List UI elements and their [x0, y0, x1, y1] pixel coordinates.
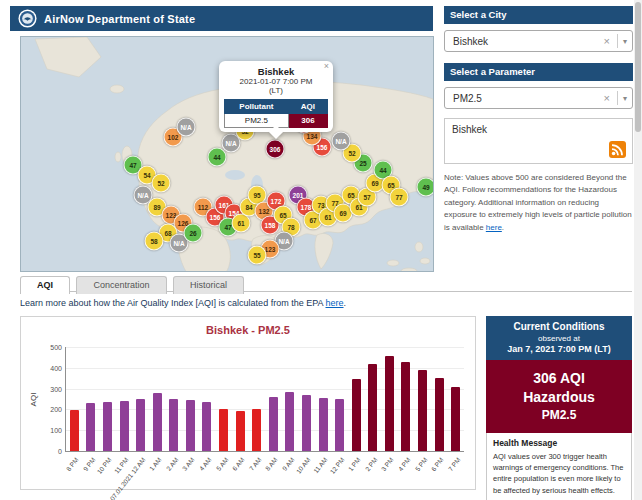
aqi-status-box: 306 AQI Hazardous PM2.5 [486, 360, 632, 433]
chart-bar[interactable] [202, 402, 211, 452]
chart-bar[interactable] [319, 398, 328, 451]
parameter-clear-icon[interactable]: × [600, 92, 614, 104]
map-popup: × Bishkek 2021-01-07 7:00 PM (LT) Pollut… [219, 61, 333, 132]
feed-box: Bishkek [444, 118, 633, 164]
popup-close-icon[interactable]: × [324, 62, 329, 71]
map[interactable]: 475452N/A891231266858N/A26102N/A44N/A521… [20, 36, 434, 272]
y-tick-label: 400 [34, 364, 62, 371]
scrollbar-thumb[interactable] [635, 2, 641, 132]
current-conditions-panel: Current Conditions observed at Jan 7, 20… [486, 316, 632, 500]
chart-bar[interactable] [352, 379, 361, 451]
chart-bar[interactable] [236, 411, 245, 451]
current-conditions-title: Current Conditions [490, 321, 628, 332]
current-conditions-header: Current Conditions observed at Jan 7, 20… [486, 316, 632, 360]
chart-bar[interactable] [103, 402, 112, 452]
learn-more-suffix: . [344, 298, 347, 308]
aqi-marker[interactable]: 55 [248, 246, 267, 265]
chart-bar[interactable] [418, 370, 427, 451]
chart-bar[interactable] [451, 387, 460, 451]
learn-more-here-link[interactable]: here [326, 298, 344, 308]
select-parameter-header: Select a Parameter [444, 63, 633, 81]
y-tick-label: 0 [34, 448, 62, 455]
health-message-box: Health Message AQI values over 300 trigg… [486, 433, 632, 500]
health-message-title: Health Message [493, 438, 625, 448]
beyond-aqi-note: Note: Values above 500 are considered Be… [444, 172, 633, 234]
scrollbar[interactable] [634, 0, 642, 500]
chart-bar[interactable] [169, 399, 178, 451]
chart-bar[interactable] [385, 356, 394, 451]
select-city-header: Select a City [444, 6, 633, 24]
observed-at-time: Jan 7, 2021 7:00 PM (LT) [490, 344, 628, 354]
city-select[interactable]: Bishkek × ▾ [444, 30, 633, 52]
note-here-link[interactable]: here [486, 223, 502, 232]
view-tabs: AQI Concentration Historical [20, 274, 632, 292]
tab-concentration[interactable]: Concentration [76, 276, 166, 294]
popup-col-aqi: AQI [288, 100, 327, 114]
aqi-marker[interactable]: 52 [152, 174, 171, 193]
aqi-marker[interactable]: N/A [332, 132, 351, 151]
select-separator [617, 91, 618, 105]
chart-bar[interactable] [401, 362, 410, 451]
city-dropdown-caret-icon[interactable]: ▾ [621, 37, 627, 46]
chart-bar[interactable] [136, 399, 145, 451]
parameter-select-value: PM2.5 [453, 93, 482, 104]
tab-aqi[interactable]: AQI [20, 276, 70, 294]
chart-bar[interactable] [219, 409, 228, 451]
learn-more-text: Learn more about how the Air Quality Ind… [20, 298, 326, 308]
rss-icon[interactable] [609, 141, 626, 158]
aqi-pollutant: PM2.5 [490, 407, 628, 423]
y-tick-label: 100 [34, 427, 62, 434]
app-header: AirNow Department of State [10, 6, 433, 31]
popup-datetime: 2021-01-07 7:00 PM [224, 77, 328, 86]
aqi-marker[interactable]: 58 [145, 232, 164, 251]
parameter-select[interactable]: PM2.5 × ▾ [444, 87, 633, 109]
aqi-marker[interactable]: 77 [390, 188, 409, 207]
health-message-text: AQI values over 300 trigger health warni… [493, 451, 625, 496]
popup-aqi-table: Pollutant AQI PM2.5 306 [224, 99, 328, 128]
chart-bar[interactable] [186, 400, 195, 451]
aqi-marker[interactable]: 49 [417, 178, 435, 197]
feed-city-label: Bishkek [452, 124, 487, 135]
aqi-value: 306 AQI [490, 369, 628, 388]
gridline [66, 347, 464, 348]
chart-bar[interactable] [70, 410, 79, 451]
chart-bar[interactable] [269, 397, 278, 451]
chart-bar[interactable] [120, 401, 129, 451]
popup-city: Bishkek [224, 66, 328, 77]
popup-pollutant-value: PM2.5 [225, 114, 289, 128]
observed-at-label: observed at [490, 334, 628, 343]
chart-bar[interactable] [252, 409, 261, 451]
chart-bar[interactable] [435, 378, 444, 451]
chart-panel: Bishkek - PM2.5 AQI 01002003004005008 PM… [20, 316, 476, 490]
popup-timezone: (LT) [224, 86, 328, 95]
note-suffix: . [502, 223, 504, 232]
y-tick-label: 200 [34, 406, 62, 413]
popup-col-pollutant: Pollutant [225, 100, 289, 114]
aqi-marker[interactable]: 44 [208, 148, 227, 167]
y-tick-label: 500 [34, 344, 62, 351]
chart-title: Bishkek - PM2.5 [21, 324, 475, 336]
chart-bar[interactable] [285, 392, 294, 451]
aqi-marker[interactable]: N/A [177, 118, 196, 137]
chart-bar[interactable] [302, 395, 311, 451]
chart-bar[interactable] [368, 364, 377, 451]
dos-seal-icon [18, 9, 37, 28]
chart-bar[interactable] [335, 399, 344, 451]
chart-bar[interactable] [86, 403, 95, 451]
app-title: AirNow Department of State [44, 13, 195, 25]
aqi-marker[interactable]: 306 [266, 140, 285, 159]
page: AirNow Department of State [0, 0, 642, 500]
note-text: Note: Values above 500 are considered Be… [444, 173, 632, 232]
chart-bar[interactable] [153, 393, 162, 451]
select-separator [617, 34, 618, 48]
tab-historical[interactable]: Historical [173, 276, 244, 294]
learn-more-line: Learn more about how the Air Quality Ind… [20, 298, 346, 308]
aqi-marker[interactable]: 26 [184, 224, 203, 243]
y-tick-label: 300 [34, 385, 62, 392]
city-clear-icon[interactable]: × [600, 35, 614, 47]
aqi-category: Hazardous [490, 388, 628, 407]
plot-area: 01002003004005008 PM9 PM10 PM11 PM07.01.… [65, 347, 464, 452]
city-select-value: Bishkek [453, 36, 488, 47]
popup-aqi-value: 306 [288, 114, 327, 128]
parameter-dropdown-caret-icon[interactable]: ▾ [621, 94, 627, 103]
